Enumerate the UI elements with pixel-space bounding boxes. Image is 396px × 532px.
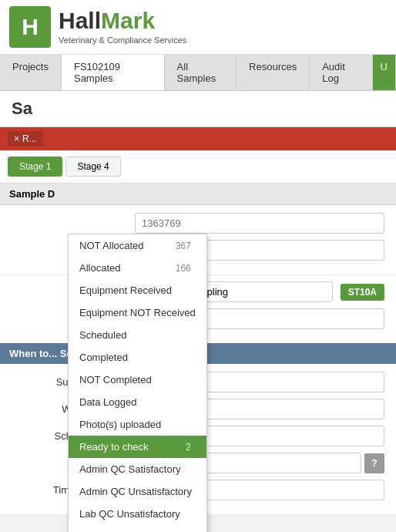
dropdown-item-label: Scheduled <box>79 329 126 341</box>
tab-projects[interactable]: Projects <box>0 55 62 90</box>
sample-id-row <box>12 213 384 234</box>
sample-section-header: Sample D <box>0 184 396 205</box>
method-badge: ST10A <box>341 284 384 301</box>
page-title: Sa <box>12 99 32 118</box>
tab-fs102109-samples[interactable]: FS102109 Samples <box>62 55 165 90</box>
dropdown-item-admin-qc-unsatisfactory[interactable]: Admin QC Unsatisfactory <box>69 480 206 503</box>
dropdown-item-photos-uploaded[interactable]: Photo(s) uploaded <box>69 413 206 436</box>
dropdown-item-label: NOT Allocated <box>79 240 144 251</box>
dropdown-item-label: Photo(s) uploaded <box>79 419 161 430</box>
dropdown-item-completed[interactable]: Completed <box>69 346 206 369</box>
dropdown-item-equipment-received[interactable]: Equipment Received <box>69 279 206 301</box>
tab-audit-log[interactable]: Audit Log <box>310 55 372 90</box>
dropdown-item-label: Allocated <box>79 262 120 274</box>
tab-resources[interactable]: Resources <box>237 55 310 90</box>
dropdown-menu: NOT Allocated 367 Allocated 166 Equipmen… <box>68 234 207 532</box>
dropdown-item-lab-qc-unsatisfactory[interactable]: Lab QC Unsatisfactory <box>69 503 206 525</box>
dropdown-item-label: Equipment NOT Received <box>79 307 196 318</box>
filter-x[interactable]: × <box>14 133 19 144</box>
filter-tag[interactable]: × R... <box>8 131 43 146</box>
dropdown-item-allocated[interactable]: Allocated 166 <box>69 257 206 279</box>
dropdown-item-label: Lab QC Unsatisfactory <box>79 508 180 520</box>
dropdown-item-count: 2 <box>186 442 191 453</box>
dropdown-item-count: 166 <box>176 263 191 274</box>
dropdown-item-label: Admin QC Satisfactory <box>79 463 181 475</box>
dropdown-item-equipment-not-received[interactable]: Equipment NOT Received <box>69 301 206 324</box>
page-title-bar: Sa <box>0 91 396 127</box>
dropdown-item-label: Admin QC Unsatisfactory <box>79 486 192 497</box>
main-content: Stage 1 Stage 4 Sample D Pa ST10A When t… <box>0 150 396 514</box>
dropdown-item-not-allocated[interactable]: NOT Allocated 367 <box>69 234 206 257</box>
logo: H Hall Mark Veterinary & Compliance Serv… <box>9 6 186 48</box>
sample-id-input[interactable] <box>135 213 384 234</box>
dropdown-item-not-completed[interactable]: NOT Completed <box>69 369 206 391</box>
logo-mark: Mark <box>101 8 155 34</box>
logo-subtitle: Veterinary & Compliance Services <box>59 35 186 45</box>
stage-tabs: Stage 1 Stage 4 <box>0 150 396 184</box>
logo-hall: Hall <box>59 8 101 34</box>
dropdown-item-label: NOT Completed <box>79 374 152 386</box>
dropdown-item-label: Data Logged <box>79 396 136 408</box>
stage-tab-1[interactable]: Stage 1 <box>8 157 62 177</box>
dropdown-item-admin-qc-satisfactory[interactable]: Admin QC Satisfactory <box>69 458 206 480</box>
dropdown-item-label: Equipment Received <box>79 285 172 296</box>
dropdown-item-count: 367 <box>176 241 191 251</box>
dropdown-item-label: Completed <box>79 352 128 363</box>
logo-icon: H <box>22 14 39 40</box>
dropdown-item-lab-qc-rejected[interactable]: Lab QC Rejected <box>69 525 206 532</box>
tab-all-samples[interactable]: All Samples <box>165 55 237 90</box>
dropdown-item-ready-to-check[interactable]: Ready to check 2 <box>69 436 206 458</box>
filter-tag-label: R... <box>22 133 37 144</box>
question-button[interactable]: ? <box>364 453 384 473</box>
dropdown-item-label: Ready to check <box>79 441 149 453</box>
header: H Hall Mark Veterinary & Compliance Serv… <box>0 0 396 55</box>
tab-more[interactable]: U <box>373 55 396 90</box>
logo-text: Hall Mark Veterinary & Compliance Servic… <box>59 8 186 45</box>
stage-tab-4[interactable]: Stage 4 <box>65 157 120 177</box>
nav-tabs: Projects FS102109 Samples All Samples Re… <box>0 55 396 91</box>
dropdown-item-data-logged[interactable]: Data Logged <box>69 391 206 413</box>
dropdown-item-scheduled[interactable]: Scheduled <box>69 324 206 346</box>
filter-bar: × R... <box>0 127 396 150</box>
